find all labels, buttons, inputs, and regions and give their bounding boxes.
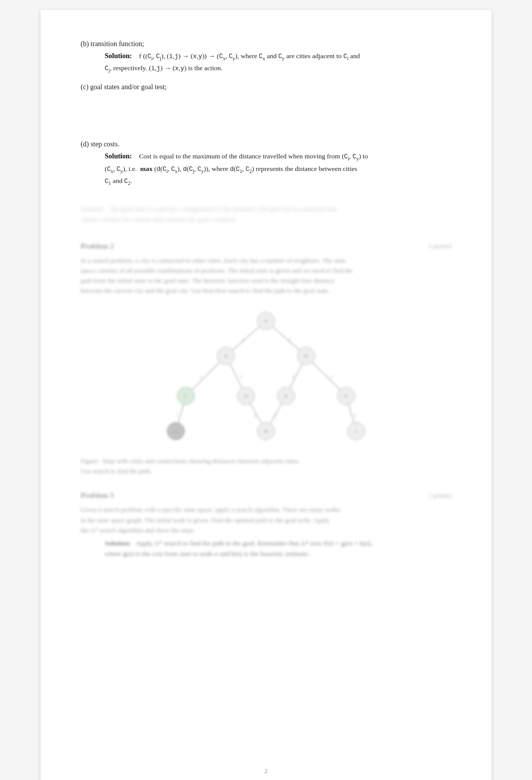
section-b-solution: Solution: f ((Ci, Cj), (i,j) → (x,y)) → …: [105, 51, 451, 74]
section-b-label: (b) transition function;: [81, 40, 451, 48]
section-b-solution-text: f ((Ci, Cj), (i,j) → (x,y)) → (Cx, Cy), …: [134, 52, 360, 60]
graph-caption: Figure: Map with cities and connections …: [81, 456, 451, 476]
svg-text:2: 2: [274, 413, 277, 418]
problem3-solution-text2: where g(n) is the cost from start to nod…: [105, 549, 451, 559]
graph-node-e: E: [277, 387, 295, 405]
svg-text:4: 4: [253, 413, 256, 418]
graph-node-f: F: [337, 387, 355, 405]
graph-node-root: S: [257, 312, 275, 330]
section-b: (b) transition function; Solution: f ((C…: [81, 40, 451, 74]
problem2-title: Problem 2: [81, 242, 114, 251]
problem2-body: In a search problem, a city is connected…: [81, 256, 451, 296]
problem2-section: Problem 2 [ points] In a search problem,…: [81, 242, 451, 296]
problem3-section: Problem 3 [ points] Given a search probl…: [81, 491, 451, 559]
section-c-label: (c) goal states and/or goal test;: [81, 83, 451, 91]
section-b-solution-text2: Cj, respectively. (i,j) → (x,y) is the a…: [105, 63, 451, 74]
graph-caption-text: Figure: Map with cities and connections …: [81, 456, 451, 476]
section-d-label: (d) step costs.: [81, 140, 451, 148]
problem3-solution-text: Solution: Apply A* search to find the pa…: [105, 538, 451, 549]
svg-text:1: 1: [176, 412, 178, 417]
graph-node-h: H: [257, 422, 275, 440]
svg-text:3: 3: [289, 338, 291, 343]
problem2-points: [ points]: [429, 242, 451, 250]
section-d-solution-label: Solution:: [105, 152, 132, 160]
problem2-header: Problem 2 [ points]: [81, 242, 451, 251]
section-c: (c) goal states and/or goal test;: [81, 83, 451, 91]
section-b-solution-label: Solution:: [105, 52, 132, 60]
graph-node-d: D: [237, 387, 255, 405]
blurred-c-text: Solution: The goal state is a specific c…: [81, 204, 451, 225]
section-d-solution-text3: C1 and C2.: [105, 176, 451, 187]
problem3-title: Problem 3: [81, 491, 114, 500]
problem3-solution: Solution: Apply A* search to find the pa…: [105, 538, 451, 559]
graph-placeholder: 4 3 2 5 3 2 1 4 2 3 S A B C D E F G H: [146, 306, 386, 446]
blurred-c-solution: Solution: The goal state is a specific c…: [81, 204, 451, 225]
problem3-header: Problem 3 [ points]: [81, 491, 451, 500]
svg-text:3: 3: [354, 413, 356, 418]
graph-node-i: I: [347, 422, 365, 440]
problem3-body: Given a search problem with a specific s…: [81, 505, 451, 535]
section-d-solution-text2: (Cx, Cy), i.e. max (d(Ci, Cx), d(Cj, Cy)…: [105, 164, 451, 175]
problem3-points: [ points]: [429, 492, 451, 500]
graph-node-g: G: [167, 422, 185, 440]
section-d-solution-text: Cost is equal to the maximum of the dist…: [134, 152, 368, 160]
section-d-solution: Solution: Cost is equal to the maximum o…: [105, 151, 451, 187]
page-number: 2: [264, 767, 268, 775]
svg-text:2: 2: [330, 374, 333, 379]
svg-text:3: 3: [292, 374, 295, 379]
graph-area: 4 3 2 5 3 2 1 4 2 3 S A B C D E F G H: [81, 306, 451, 446]
section-d: (d) step costs. Solution: Cost is equal …: [81, 140, 451, 187]
svg-text:2: 2: [200, 374, 202, 379]
svg-text:5: 5: [240, 374, 242, 379]
page: (b) transition function; Solution: f ((C…: [41, 10, 491, 780]
svg-text:4: 4: [242, 338, 244, 343]
graph-node-b: B: [297, 347, 315, 365]
graph-node-a: A: [217, 347, 235, 365]
graph-node-c: C: [177, 387, 195, 405]
